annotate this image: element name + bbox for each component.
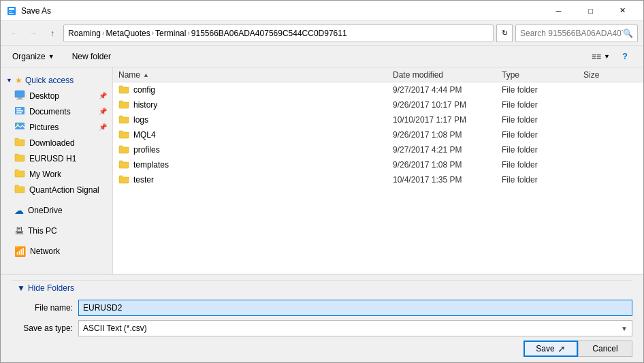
sidebar-label-thispc: This PC [28,226,57,236]
filename-row: File name: [12,300,632,316]
cancel-button[interactable]: Cancel [578,341,632,357]
file-name: config [133,85,155,95]
file-name: tester [133,175,154,185]
organize-label: Organize [12,52,46,61]
file-name: profiles [133,145,160,155]
quick-access-chevron-icon: ▼ [6,77,12,84]
quantaction-folder-icon [14,184,25,195]
quick-access-header[interactable]: ▼ ★ Quick access [1,73,112,88]
sidebar-label-quantaction: QuantAction Signal [29,185,99,195]
file-name: history [133,100,157,110]
save-label: Save [536,344,554,353]
folder-icon [118,129,129,141]
column-name[interactable]: Name ▲ [118,70,393,80]
crumb-id: 915566BA06ADA407569C544CC0D97611 [191,29,347,38]
search-input[interactable] [520,29,623,38]
svg-rect-2 [9,12,12,12]
file-row[interactable]: tester 10/4/2017 1:35 PM File folder [113,172,643,187]
svg-rect-5 [18,97,22,99]
column-size[interactable]: Size [583,70,638,80]
save-button[interactable]: Save ➚ [524,341,578,357]
sidebar-item-eurusd[interactable]: EURUSD H1 [1,151,112,166]
buttons-row: Save ➚ Cancel [12,341,632,357]
sidebar-label-network: Network [30,247,60,256]
thispc-icon: 🖶 [14,225,24,236]
view-button[interactable]: ≡≡ ▼ [585,48,616,65]
file-row[interactable]: MQL4 9/26/2017 1:08 PM File folder [113,127,643,142]
pin-icon-pics: 📌 [99,123,107,131]
sidebar-item-quantaction[interactable]: QuantAction Signal [1,182,112,198]
sidebar-label-mywork: My Work [29,170,61,179]
title-bar: Save As ─ □ ✕ [1,1,643,21]
window-title: Save As [21,6,543,16]
sort-arrow-icon: ▲ [143,72,149,78]
back-button[interactable]: ← [6,25,22,42]
sidebar-label-downloaded: Downloaded [29,138,75,148]
file-row-name: history [118,99,393,111]
search-box[interactable]: 🔍 [515,25,638,42]
folder-icon [118,144,129,156]
title-controls: ─ □ ✕ [543,1,638,21]
pictures-icon [14,121,25,133]
sidebar-item-downloaded[interactable]: Downloaded [1,135,112,151]
file-list: Name ▲ Date modified Type Size config [113,67,643,274]
file-name: MQL4 [133,130,156,140]
file-row-date: 10/10/2017 1:17 PM [393,115,502,125]
pin-icon: 📌 [99,92,107,99]
column-type[interactable]: Type [502,70,583,80]
column-size-label: Size [583,70,599,80]
organize-button[interactable]: Organize ▼ [6,48,61,65]
star-icon: ★ [15,76,22,85]
svg-rect-6 [16,99,23,99]
hide-folders-row[interactable]: ▼ Hide Folders [12,280,632,296]
sidebar-item-thispc[interactable]: 🖶 This PC [1,223,112,238]
file-row-type: File folder [502,145,583,155]
file-row-name: templates [118,159,393,171]
column-date[interactable]: Date modified [393,70,502,80]
sidebar-item-network[interactable]: 📶 Network [1,244,112,259]
folder-icon [118,84,129,96]
maximize-button[interactable]: □ [575,1,606,21]
address-path[interactable]: Roaming › MetaQuotes › Terminal › 915566… [63,25,494,42]
sidebar-item-mywork[interactable]: My Work [1,166,112,182]
file-rows-container: config 9/27/2017 4:44 PM File folder his… [113,82,643,187]
file-row[interactable]: templates 9/26/2017 1:08 PM File folder [113,157,643,172]
sidebar-item-onedrive[interactable]: ☁ OneDrive [1,203,112,218]
crumb-terminal: Terminal [155,29,186,38]
sidebar-item-pictures[interactable]: Pictures 📌 [1,119,112,135]
documents-icon [14,106,25,117]
refresh-button[interactable]: ↻ [496,25,513,42]
sidebar: ▼ ★ Quick access Desktop 📌 Documents 📌 [1,67,113,274]
file-row[interactable]: history 9/26/2017 10:17 PM File folder [113,97,643,112]
forward-button[interactable]: → [25,25,42,42]
up-button[interactable]: ↑ [44,25,61,42]
help-button[interactable]: ? [622,48,638,65]
new-folder-button[interactable]: New folder [66,48,117,65]
file-name: logs [133,115,148,125]
close-button[interactable]: ✕ [607,1,638,21]
eurusd-folder-icon [14,153,25,164]
file-row[interactable]: config 9/27/2017 4:44 PM File folder [113,82,643,97]
savetype-select[interactable]: ASCII Text (*.csv) ▼ [78,320,632,336]
column-type-label: Type [502,70,519,80]
hide-folders-chevron-icon: ▼ [17,283,25,293]
folder-icon [118,99,129,111]
minimize-button[interactable]: ─ [543,1,574,21]
cancel-label: Cancel [592,344,617,353]
window-icon [6,5,17,16]
file-row[interactable]: profiles 9/27/2017 4:21 PM File folder [113,142,643,157]
file-row-date: 10/4/2017 1:35 PM [393,175,502,185]
sidebar-item-documents[interactable]: Documents 📌 [1,104,112,119]
sidebar-item-desktop[interactable]: Desktop 📌 [1,88,112,104]
bottom-bar: ▼ Hide Folders File name: Save as type: … [1,274,643,362]
svg-rect-4 [15,91,25,97]
onedrive-icon: ☁ [14,205,24,216]
file-row-type: File folder [502,100,583,110]
file-row-type: File folder [502,175,583,185]
file-row[interactable]: logs 10/10/2017 1:17 PM File folder [113,112,643,127]
breadcrumb: Roaming › MetaQuotes › Terminal › 915566… [68,29,347,38]
filename-input[interactable] [78,300,632,316]
file-row-date: 9/27/2017 4:21 PM [393,145,502,155]
file-row-date: 9/26/2017 1:08 PM [393,160,502,170]
folder-icon [118,159,129,171]
